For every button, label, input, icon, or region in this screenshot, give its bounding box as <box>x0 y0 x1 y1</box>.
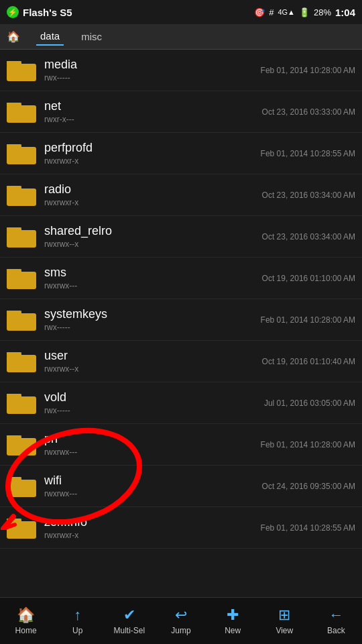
nav-label: View <box>276 626 293 635</box>
file-info: media rwx----- <box>44 58 261 83</box>
nav-item-back[interactable]: ← Back <box>310 606 362 635</box>
file-name: wifi <box>44 474 262 488</box>
file-date: Oct 23, 2016 03:34:00 AM <box>262 191 355 200</box>
list-item[interactable]: wifi rwxrwx--- Oct 24, 2016 09:35:00 AM <box>0 466 362 507</box>
nav-item-up[interactable]: ↑ Up <box>52 606 103 635</box>
nav-label: Multi-Sel <box>114 626 145 635</box>
folder-icon <box>7 266 36 290</box>
file-name: zer...nfo <box>44 515 261 529</box>
jump-icon: ↩ <box>175 606 187 624</box>
folder-icon <box>7 433 36 457</box>
file-date: Feb 01, 2014 10:28:00 AM <box>261 315 355 325</box>
file-perms: rwxrwxr-x <box>44 198 262 207</box>
file-info: user rwxrwx--x <box>44 349 262 374</box>
file-date: Jul 01, 2016 03:05:00 AM <box>264 398 355 408</box>
svg-rect-4 <box>7 147 36 164</box>
status-bar: ⚡ Flash's S5 🎯 # 4G▲ 🔋 28% 1:04 <box>0 0 362 24</box>
file-date: Feb 01, 2014 10:28:55 AM <box>261 149 355 158</box>
nav-label: Up <box>72 626 82 635</box>
nav-item-new[interactable]: ✚ New <box>207 606 259 635</box>
app-title: Flash's S5 <box>23 7 72 18</box>
file-info: net rwxr-x--- <box>44 99 262 124</box>
list-item[interactable]: user rwxrwx--x Oct 19, 2016 01:10:40 AM <box>0 341 362 382</box>
list-item[interactable]: net rwxr-x--- Oct 23, 2016 03:33:00 AM <box>0 91 362 133</box>
list-item[interactable]: radio rwxrwxr-x Oct 23, 2016 03:34:00 AM <box>0 174 362 216</box>
svg-rect-7 <box>7 186 21 190</box>
nav-item-view[interactable]: ⊞ View <box>259 606 310 635</box>
svg-rect-12 <box>7 313 36 331</box>
file-info: wifi rwxrwx--- <box>44 474 262 498</box>
time-display: 1:04 <box>335 7 355 18</box>
file-date: Oct 23, 2016 03:34:00 AM <box>262 232 355 241</box>
file-date: Feb 01, 2014 10:28:00 AM <box>261 440 355 449</box>
nav-label: Home <box>15 626 37 635</box>
list-item[interactable]: media rwx----- Feb 01, 2014 10:28:00 AM <box>0 50 362 91</box>
file-perms: rwx----- <box>44 323 261 332</box>
list-item[interactable]: sms rwxrwx--- Oct 19, 2016 01:10:00 AM <box>0 258 362 299</box>
file-name: user <box>44 349 262 363</box>
nav-label: Jump <box>171 626 190 635</box>
file-perms: rwxrwx--- <box>44 489 262 498</box>
file-info: vold rwx----- <box>44 390 264 415</box>
house-icon: 🏠 <box>17 606 35 624</box>
tab-misc[interactable]: misc <box>77 28 106 45</box>
file-perms: rwxrwxr-x <box>44 156 261 166</box>
file-name: systemkeys <box>44 307 261 321</box>
svg-rect-23 <box>7 519 21 523</box>
folder-icon <box>7 225 36 249</box>
list-item[interactable]: systemkeys rwx----- Feb 01, 2014 10:28:0… <box>0 299 362 341</box>
signal-icon: 4G▲ <box>278 8 295 16</box>
file-perms: rwxrwx--x <box>44 239 262 249</box>
battery-icon: 🔋 <box>299 7 310 17</box>
nav-item-jump[interactable]: ↩ Jump <box>155 606 206 635</box>
status-bar-left: ⚡ Flash's S5 <box>7 6 72 18</box>
folder-icon <box>7 391 36 415</box>
svg-rect-21 <box>7 477 21 481</box>
nav-item-home[interactable]: 🏠 Home <box>0 606 52 635</box>
svg-rect-5 <box>7 144 21 148</box>
file-date: Oct 19, 2016 01:10:40 AM <box>262 357 355 366</box>
folder-icon <box>7 142 36 166</box>
check-icon: ✔ <box>123 606 135 624</box>
folder-icon <box>7 516 36 540</box>
file-info: shared_relro rwxrwx--x <box>44 224 262 249</box>
battery-percent: 28% <box>314 7 331 17</box>
hash-icon: # <box>269 7 274 17</box>
file-name: media <box>44 58 261 72</box>
svg-rect-2 <box>7 105 36 123</box>
list-item[interactable]: vold rwx----- Jul 01, 2016 03:05:00 AM <box>0 382 362 424</box>
svg-rect-18 <box>7 438 36 455</box>
svg-rect-20 <box>7 480 36 497</box>
nav-item-multisel[interactable]: ✔ Multi-Sel <box>103 606 155 635</box>
bottom-nav: 🏠 Home ↑ Up ✔ Multi-Sel ↩ Jump ✚ New ⊞ V… <box>0 597 362 644</box>
list-item[interactable]: pn rwxrwx--- Feb 01, 2014 10:28:00 AM <box>0 424 362 466</box>
list-item[interactable]: shared_relro rwxrwx--x Oct 23, 2016 03:3… <box>0 216 362 258</box>
nav-label: Back <box>327 626 345 635</box>
svg-rect-17 <box>7 394 21 398</box>
folder-icon <box>7 308 36 332</box>
folder-icon <box>7 350 36 374</box>
svg-rect-6 <box>7 189 36 206</box>
file-name: sms <box>44 266 262 280</box>
file-info: perfprofd rwxrwxr-x <box>44 141 261 166</box>
file-perms: rwxr-x--- <box>44 115 262 124</box>
file-date: Oct 19, 2016 01:10:00 AM <box>262 274 355 283</box>
folder-icon <box>7 58 36 83</box>
file-name: perfprofd <box>44 141 261 155</box>
view-icon: ⊞ <box>278 606 290 624</box>
file-date: Oct 24, 2016 09:35:00 AM <box>262 482 355 491</box>
svg-rect-0 <box>7 64 36 81</box>
file-name: shared_relro <box>44 224 262 238</box>
list-item[interactable]: perfprofd rwxrwxr-x Feb 01, 2014 10:28:5… <box>0 133 362 174</box>
file-name: vold <box>44 390 264 405</box>
file-perms: rwxrwx--x <box>44 364 262 374</box>
tab-data[interactable]: data <box>36 28 64 46</box>
file-list: media rwx----- Feb 01, 2014 10:28:00 AM … <box>0 50 362 597</box>
folder-icon <box>7 183 36 207</box>
svg-rect-22 <box>7 521 36 539</box>
svg-rect-9 <box>7 227 21 231</box>
list-item[interactable]: zer...nfo rwxrwxr-x Feb 01, 2014 10:28:5… <box>0 507 362 549</box>
file-info: systemkeys rwx----- <box>44 307 261 332</box>
tab-bar: 🏠 data misc <box>0 24 362 50</box>
file-date: Feb 01, 2014 10:28:55 AM <box>261 523 355 533</box>
